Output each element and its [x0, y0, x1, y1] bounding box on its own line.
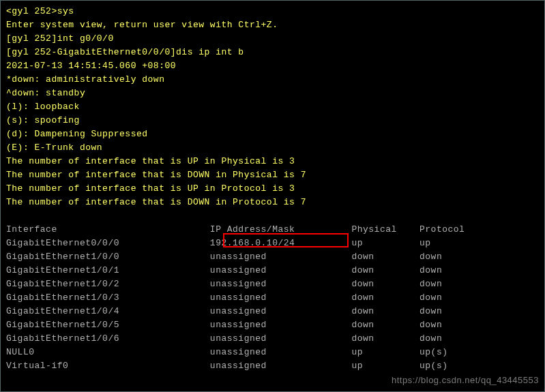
watermark: https://blog.csdn.net/qq_43445553	[392, 374, 539, 387]
interface-table: Interface IP Address/Mask Physical Proto…	[6, 223, 539, 373]
terminal-line: (E): E-Trunk down	[6, 141, 539, 155]
table-row: GigabitEthernet1/0/1 unassigned down dow…	[6, 264, 539, 277]
terminal-line: The number of interface that is UP in Ph…	[6, 155, 539, 168]
table-row: GigabitEthernet1/0/2 unassigned down dow…	[6, 277, 539, 291]
terminal-line: The number of interface that is DOWN in …	[6, 168, 539, 182]
table-row: GigabitEthernet1/0/3 unassigned down dow…	[6, 291, 539, 305]
table-row: NULL0 unassigned up up(s)	[6, 346, 539, 359]
terminal-line: 2021-07-13 14:51:45.060 +08:00	[6, 59, 539, 73]
terminal-line: [gyl 252-GigabitEthernet0/0/0]dis ip int…	[6, 46, 539, 59]
table-header: Interface IP Address/Mask Physical Proto…	[6, 223, 539, 237]
terminal-output: <gyl 252>sysEnter system view, return us…	[6, 5, 539, 223]
terminal-line: *down: administratively down	[6, 73, 539, 87]
table-row: GigabitEthernet1/0/5 unassigned down dow…	[6, 318, 539, 332]
terminal-line: The number of interface that is DOWN in …	[6, 196, 539, 209]
table-row: Virtual-if0 unassigned up up(s)	[6, 359, 539, 373]
terminal-line: Enter system view, return user view with…	[6, 18, 539, 32]
terminal-line: [gyl 252]int g0/0/0	[6, 32, 539, 46]
terminal-line	[6, 209, 539, 223]
terminal-line: (s): spoofing	[6, 114, 539, 127]
table-row: GigabitEthernet1/0/4 unassigned down dow…	[6, 305, 539, 318]
terminal-line: ^down: standby	[6, 87, 539, 100]
terminal-line: (d): Dampening Suppressed	[6, 127, 539, 141]
terminal-line: The number of interface that is UP in Pr…	[6, 182, 539, 196]
terminal-line: (l): loopback	[6, 100, 539, 114]
table-row: GigabitEthernet1/0/6 unassigned down dow…	[6, 332, 539, 346]
table-row: GigabitEthernet1/0/0 unassigned down dow…	[6, 250, 539, 264]
table-row: GigabitEthernet0/0/0 192.168.0.10/24 up …	[6, 237, 539, 250]
terminal-line: <gyl 252>sys	[6, 5, 539, 18]
